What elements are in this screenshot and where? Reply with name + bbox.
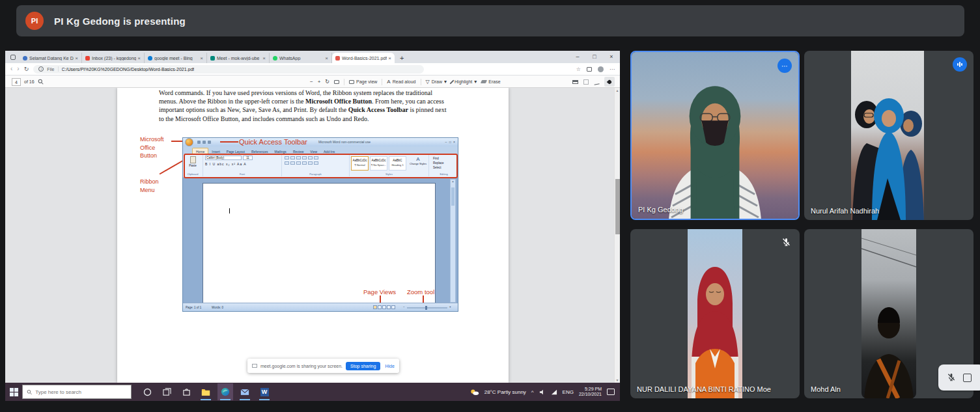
word-window-figure: Microsoft Word non-commercial use – □ × … bbox=[182, 137, 458, 312]
pdf-favicon bbox=[335, 56, 340, 61]
word-zoom-out: − bbox=[403, 305, 405, 309]
tile-options-button[interactable]: ⋯ bbox=[777, 59, 792, 73]
participant-video bbox=[861, 229, 916, 398]
back-icon[interactable]: ‹ bbox=[10, 66, 12, 72]
page-number-input[interactable]: 4 bbox=[12, 78, 21, 86]
rotate-icon[interactable]: ↻ bbox=[325, 79, 329, 85]
window-controls: – □ × bbox=[569, 51, 620, 63]
task-view-icon[interactable] bbox=[159, 383, 175, 400]
annotation-zoom-tool: Zoom tool bbox=[407, 288, 434, 295]
page-view-label: Page view bbox=[356, 79, 377, 84]
participant-name: Nurul Arifah Nadhirah bbox=[811, 207, 879, 215]
minimize-button[interactable]: – bbox=[569, 51, 586, 63]
close-tab-icon[interactable]: × bbox=[75, 55, 78, 61]
action-center-icon[interactable] bbox=[607, 389, 615, 395]
search-icon[interactable] bbox=[38, 79, 44, 85]
pin-icon bbox=[607, 79, 612, 84]
forward-icon[interactable]: › bbox=[17, 66, 19, 72]
gmail-favicon bbox=[85, 56, 90, 61]
annotation-line bbox=[423, 295, 424, 303]
pin-participant-icon[interactable] bbox=[963, 374, 972, 382]
close-tab-icon[interactable]: × bbox=[388, 55, 391, 61]
tab-actions-icon[interactable] bbox=[10, 55, 16, 60]
close-tab-icon[interactable]: × bbox=[200, 55, 203, 61]
scrollbar-thumb[interactable] bbox=[615, 179, 620, 234]
participant-tile-mohd-aln[interactable]: Mohd Aln bbox=[804, 229, 973, 398]
zoom-out-icon[interactable]: − bbox=[310, 79, 313, 85]
document-paragraph: Word commands. If you have used previous… bbox=[159, 89, 451, 123]
print-icon[interactable] bbox=[572, 80, 578, 84]
page-info-icon[interactable]: i bbox=[38, 66, 44, 72]
search-input[interactable] bbox=[35, 389, 127, 395]
browser-tabstrip: Selamat Datang Ke Dashboard × Inbox (23)… bbox=[5, 51, 620, 63]
whatsapp-favicon bbox=[273, 56, 277, 61]
word-icon[interactable]: W bbox=[257, 383, 272, 400]
tab-title: Word-Basics-2021.pdf bbox=[342, 56, 387, 61]
maximize-button[interactable]: □ bbox=[586, 51, 603, 63]
draw-button[interactable]: ▽ Draw ▾ bbox=[426, 79, 447, 85]
bold-office-button: Microsoft Office Button bbox=[305, 98, 372, 105]
zoom-in-icon[interactable]: + bbox=[318, 79, 321, 85]
browser-addressbar: ‹ › ↻ i File C:/Users/PI%20KG%20GEDONG/D… bbox=[5, 63, 620, 76]
mail-icon[interactable] bbox=[237, 383, 253, 400]
language-indicator[interactable]: ENG bbox=[563, 389, 574, 395]
start-button[interactable] bbox=[5, 388, 22, 396]
annotation-line bbox=[220, 141, 238, 143]
close-button[interactable]: × bbox=[603, 51, 620, 63]
browser-tab-inbox[interactable]: Inbox (23) - kggedong@gm... × bbox=[82, 53, 145, 63]
read-aloud-button[interactable]: A Read aloud bbox=[387, 79, 415, 85]
browser-tab-whatsapp[interactable]: WhatsApp × bbox=[270, 53, 332, 63]
participant-video bbox=[688, 229, 742, 398]
chevron-down-icon[interactable]: ▾ bbox=[444, 79, 447, 85]
new-tab-button[interactable]: + bbox=[400, 54, 404, 62]
page-view-button[interactable]: Page view bbox=[349, 79, 377, 84]
close-tab-icon[interactable]: × bbox=[325, 55, 328, 61]
volume-icon[interactable] bbox=[539, 389, 546, 395]
browser-tab-dashboard[interactable]: Selamat Datang Ke Dashboard × bbox=[20, 53, 82, 63]
taskbar-search[interactable] bbox=[22, 385, 132, 399]
highlight-button[interactable]: Highlight ▾ bbox=[451, 79, 477, 85]
hidden-icons-caret[interactable]: ^ bbox=[531, 389, 534, 395]
save-icon[interactable] bbox=[583, 79, 589, 85]
clock[interactable]: 5:29 PM 22/10/2021 bbox=[579, 387, 602, 398]
network-icon[interactable] bbox=[551, 389, 557, 395]
chevron-down-icon[interactable]: ▾ bbox=[474, 79, 477, 85]
mic-off-icon bbox=[781, 237, 792, 248]
browser-tab-pdf-active[interactable]: Word-Basics-2021.pdf × bbox=[332, 53, 395, 63]
mic-off-icon[interactable] bbox=[946, 372, 957, 383]
pin-toolbar-button[interactable] bbox=[604, 77, 615, 87]
browser-tab-bing[interactable]: google meet - Bing × bbox=[145, 53, 207, 63]
url-field[interactable]: i File C:/Users/PI%20KG%20GEDONG/Desktop… bbox=[33, 65, 424, 74]
file-explorer-icon[interactable] bbox=[198, 383, 214, 400]
store-icon[interactable] bbox=[178, 383, 194, 400]
page-view-buttons bbox=[373, 305, 395, 309]
collections-icon[interactable] bbox=[587, 67, 592, 72]
close-tab-icon[interactable]: × bbox=[262, 55, 266, 61]
settings-more-icon[interactable]: ⋯ bbox=[609, 66, 615, 72]
tab-title: Inbox (23) - kggedong@gm... bbox=[92, 56, 136, 61]
dashboard-favicon bbox=[23, 56, 27, 61]
participant-tile-nur-dalili[interactable]: NUR DALILI DAYANA BINTI RATINO Moe bbox=[630, 229, 800, 398]
signature-icon[interactable] bbox=[593, 79, 599, 85]
cortana-icon[interactable] bbox=[139, 383, 155, 400]
weather-icon[interactable] bbox=[470, 389, 479, 396]
favorites-star-icon[interactable]: ☆ bbox=[576, 66, 581, 72]
participant-tile-pi-kg-gedong[interactable]: ⋯ PI Kg Gedong bbox=[630, 51, 800, 220]
close-tab-icon[interactable]: × bbox=[137, 55, 141, 61]
fit-to-page-icon[interactable] bbox=[334, 80, 339, 84]
stop-sharing-button[interactable]: Stop sharing bbox=[346, 362, 380, 370]
participant-tile-nurul[interactable]: Nurul Arifah Nadhirah bbox=[804, 51, 973, 220]
browser-tab-meet[interactable]: Meet - mok-wvjd-ube × bbox=[207, 53, 270, 63]
scroll-up-icon[interactable]: ▲ bbox=[616, 89, 619, 92]
weather-label[interactable]: 28°C Partly sunny bbox=[484, 389, 526, 395]
reload-icon[interactable]: ↻ bbox=[24, 66, 29, 72]
erase-button[interactable]: Erase bbox=[481, 79, 500, 84]
scroll-down-icon[interactable]: ▼ bbox=[615, 378, 620, 383]
pdf-scrollbar[interactable]: ▲ ▼ bbox=[614, 88, 620, 383]
pdf-viewport: Word commands. If you have used previous… bbox=[5, 88, 620, 383]
edge-icon[interactable] bbox=[217, 383, 233, 400]
profile-avatar[interactable] bbox=[598, 66, 604, 72]
word-blank-page bbox=[203, 183, 436, 304]
hide-button[interactable]: Hide bbox=[385, 364, 394, 368]
url-text: C:/Users/PI%20KG%20GEDONG/Desktop/Word-B… bbox=[62, 67, 195, 72]
